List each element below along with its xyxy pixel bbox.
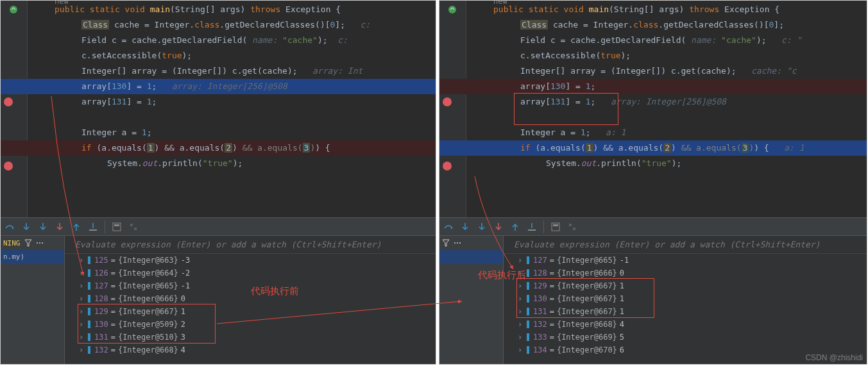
code-line-current[interactable]: if (a.equals(1) && a.equals(2) && a.equa… [439,140,867,156]
frame-row[interactable] [439,250,503,264]
step-over-icon[interactable] [443,222,454,232]
svg-rect-15 [552,223,559,231]
divider [105,220,105,233]
code-line [439,110,867,125]
evaluate-icon[interactable] [550,222,561,232]
var-row[interactable]: ›130 = {Integer@509} 2 [71,318,432,331]
vars-after[interactable]: ›127 = {Integer@665} -1 ›128 = {Integer@… [510,254,863,362]
annotation-before: 代码执行前 [251,285,299,297]
step-into-icon[interactable] [38,222,48,232]
code-line[interactable]: array[131] = 1; array: Integer[256]@508 [439,94,867,110]
code-line[interactable]: Class cache = Integer.class.getDeclaredC… [1,17,436,33]
more-icon[interactable] [454,239,461,247]
filter-row[interactable]: NING [1,236,64,250]
divider [543,220,544,233]
svg-rect-16 [553,224,558,226]
evaluate-icon[interactable] [112,222,122,232]
code-line[interactable]: array[130] = 1; [439,79,867,94]
code-line[interactable]: Field c = cache.getDeclaredField( name: … [439,33,867,48]
debug-toolbar [439,218,867,236]
code-line[interactable]: Integer[] array = (Integer[]) c.get(cach… [1,63,436,79]
trace-icon[interactable] [567,222,577,232]
watermark: CSDN @zhishidi [805,353,863,362]
force-step-icon[interactable] [493,222,504,232]
svg-point-20 [457,242,458,244]
filter-icon[interactable] [442,239,450,247]
code-line-current[interactable]: array[130] = 1; array: Integer[256]@508 [1,79,436,94]
var-row[interactable]: ›129 = {Integer@667} 1 [510,279,863,292]
code-line[interactable]: System.out.println("true"); [1,156,436,171]
svg-rect-7 [134,228,137,230]
code-line[interactable]: Field c = cache.getDeclaredField( name: … [1,33,436,48]
run-to-cursor-icon[interactable] [88,222,98,232]
var-row[interactable]: ›130 = {Integer@667} 1 [510,292,863,305]
filter-row[interactable] [439,236,503,250]
code-line [1,110,436,125]
debugger-before: NING n.my) Evaluate expression (Enter) o… [1,217,436,364]
code-line[interactable]: Integer[] array = (Integer[]) c.get(cach… [439,63,867,79]
svg-point-9 [39,242,40,244]
svg-rect-6 [130,224,133,226]
svg-rect-5 [114,224,119,226]
code-line[interactable]: c.setAccessible(true); [439,48,867,63]
code-line[interactable]: if (a.equals(1) && a.equals(2) && a.equa… [1,140,436,156]
var-row[interactable]: ›131 = {Integer@510} 3 [71,331,432,344]
var-row[interactable]: ›125 = {Integer@663} -3 [71,254,432,267]
watch-input[interactable]: Evaluate expression (Enter) or add a wat… [1,236,436,254]
code-line[interactable]: public static void main(String[] args) t… [439,2,867,17]
svg-rect-4 [113,223,121,231]
frames-sidebar: NING n.my) [1,236,65,364]
code-line[interactable]: Class cache = Integer.class.getDeclaredC… [439,17,867,33]
svg-point-21 [459,242,461,244]
editor-before[interactable]: new public static void main(String[] arg… [1,1,436,217]
trace-icon[interactable] [128,222,139,232]
var-row[interactable]: ›132 = {Integer@668} 4 [71,344,432,356]
code-line[interactable]: System.out.println("true"); [439,156,867,171]
vars-before[interactable]: ›125 = {Integer@663} -3 ›126 = {Integer@… [71,254,432,362]
svg-point-8 [37,242,38,244]
debug-toolbar [1,218,436,236]
more-icon[interactable] [36,239,44,247]
step-into-icon[interactable] [460,222,470,232]
svg-rect-14 [528,229,536,231]
frame-row[interactable]: n.my) [1,250,64,264]
filter-icon[interactable] [24,239,32,247]
debugger-after: Evaluate expression (Enter) or add a wat… [439,217,867,364]
step-out-icon[interactable] [71,222,81,232]
step-out-icon[interactable] [510,222,520,232]
var-row[interactable]: ›129 = {Integer@667} 1 [71,305,432,318]
var-row[interactable]: ›132 = {Integer@668} 4 [510,318,863,331]
code-line[interactable]: Integer a = 1; [1,125,436,140]
step-into-icon[interactable] [21,222,31,232]
var-row[interactable]: ›133 = {Integer@669} 5 [510,331,863,344]
run-to-cursor-icon[interactable] [527,222,537,232]
var-row[interactable]: ›126 = {Integer@664} -2 [71,267,432,279]
svg-rect-17 [569,224,572,226]
svg-point-19 [454,242,455,244]
pane-after: new public static void main(String[] arg… [439,0,867,365]
code-line[interactable]: c.setAccessible(true); [1,48,436,63]
pane-before: new public static void main(String[] arg… [0,0,436,365]
var-row[interactable]: ›128 = {Integer@666} 0 [510,267,863,279]
var-row[interactable]: ›127 = {Integer@665} -1 [510,254,863,267]
step-over-icon[interactable] [4,222,15,232]
var-row[interactable]: ›131 = {Integer@667} 1 [510,305,863,318]
annotation-after: 代码执行后 [478,269,526,281]
svg-rect-18 [573,228,575,230]
step-into-icon[interactable] [477,222,487,232]
frames-sidebar [439,236,504,364]
svg-rect-3 [89,229,97,231]
code-line[interactable]: array[131] = 1; [1,94,436,110]
svg-point-10 [42,242,43,244]
force-step-icon[interactable] [55,222,65,232]
code-line[interactable]: Integer a = 1; a: 1 [439,125,867,140]
editor-after[interactable]: new public static void main(String[] arg… [439,1,867,217]
code-line[interactable]: public static void main(String[] args) t… [1,2,436,17]
